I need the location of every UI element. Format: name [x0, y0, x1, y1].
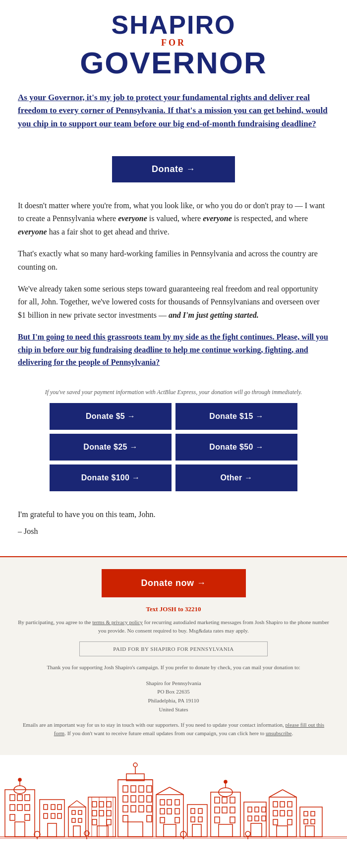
donate-15-button[interactable]: Donate $15 →	[175, 403, 297, 430]
svg-rect-111	[288, 819, 292, 825]
svg-rect-78	[198, 809, 202, 813]
svg-line-74	[156, 787, 170, 795]
footer-check-note: Thank you for supporting Josh Shapiro's …	[18, 663, 329, 672]
logo-governor: GOVERNOR	[10, 48, 337, 78]
svg-rect-35	[99, 810, 104, 816]
svg-rect-91	[219, 824, 232, 837]
svg-rect-112	[277, 826, 288, 837]
svg-rect-10	[15, 822, 25, 837]
donate-100-button[interactable]: Donate $100 →	[50, 464, 172, 491]
svg-rect-17	[58, 805, 61, 810]
text-josh: Text JOSH to 32210	[18, 605, 329, 613]
svg-rect-34	[92, 810, 97, 816]
svg-rect-52	[147, 796, 152, 802]
logo-shapiro: SHAPIRO	[10, 12, 337, 38]
svg-rect-53	[123, 806, 128, 812]
svg-rect-118	[304, 819, 308, 824]
svg-rect-2	[10, 795, 15, 801]
svg-rect-65	[160, 800, 165, 805]
svg-rect-1	[5, 790, 35, 837]
main-content: As your Governor, it's my job to protect…	[0, 86, 347, 150]
paragraph-2: That's exactly what so many hard-working…	[18, 247, 329, 274]
svg-rect-26	[78, 818, 82, 822]
svg-rect-66	[167, 800, 172, 805]
svg-point-127	[245, 831, 250, 836]
donate-now-button[interactable]: Donate now →	[102, 569, 246, 597]
svg-rect-24	[78, 810, 82, 814]
svg-rect-55	[139, 806, 144, 812]
paragraph-3: We've already taken some serious steps t…	[18, 283, 329, 322]
svg-rect-101	[262, 816, 266, 821]
donate-25-button[interactable]: Donate $25 →	[50, 434, 172, 461]
donation-grid: Donate $5 → Donate $15 → Donate $25 → Do…	[50, 403, 297, 491]
svg-rect-15	[44, 805, 48, 810]
svg-rect-51	[139, 796, 144, 802]
svg-rect-116	[304, 811, 308, 816]
svg-rect-106	[288, 802, 292, 807]
svg-rect-32	[99, 802, 104, 807]
svg-rect-9	[25, 814, 30, 820]
cta-link[interactable]: But I'm going to need this grassroots te…	[18, 331, 329, 369]
svg-rect-46	[131, 786, 136, 792]
svg-rect-27	[73, 826, 80, 837]
other-button[interactable]: Other →	[175, 464, 297, 491]
svg-rect-85	[230, 797, 235, 803]
svg-rect-77	[191, 809, 195, 813]
svg-rect-88	[230, 807, 235, 813]
svg-rect-105	[280, 802, 285, 807]
svg-rect-16	[51, 805, 55, 810]
svg-rect-49	[123, 796, 128, 802]
svg-rect-108	[280, 810, 285, 816]
svg-rect-87	[222, 807, 227, 813]
svg-rect-104	[273, 802, 278, 807]
svg-rect-45	[123, 786, 128, 792]
svg-rect-38	[107, 819, 111, 825]
svg-point-121	[34, 831, 40, 837]
header: SHAPIRO FOR GOVERNOR	[0, 0, 347, 86]
svg-rect-19	[51, 813, 55, 818]
svg-rect-57	[123, 815, 128, 822]
svg-rect-7	[25, 805, 30, 810]
svg-rect-21	[48, 823, 57, 837]
svg-rect-102	[251, 823, 262, 837]
actblue-note: If you've saved your payment information…	[18, 389, 329, 396]
svg-rect-48	[147, 786, 152, 792]
footer-address: Shapiro for Pennsylvania PO Box 22635 Ph…	[18, 679, 329, 714]
svg-rect-76	[187, 805, 207, 837]
donate-5-button[interactable]: Donate $5 →	[50, 403, 172, 430]
top-donate-wrap: Donate →	[0, 156, 347, 182]
svg-rect-84	[222, 797, 227, 803]
svg-rect-100	[255, 816, 259, 821]
svg-rect-71	[160, 817, 165, 823]
svg-point-94	[224, 780, 227, 783]
building-illustration	[0, 755, 347, 841]
svg-rect-3	[17, 795, 22, 801]
footer-email-notice: Emails are an important way for us to st…	[18, 721, 329, 737]
svg-rect-99	[248, 816, 252, 821]
svg-rect-72	[175, 817, 179, 823]
svg-rect-20	[58, 813, 61, 818]
address-line3: Philadelphia, PA 19110	[148, 697, 199, 703]
svg-rect-70	[175, 809, 179, 814]
svg-rect-90	[230, 817, 235, 823]
svg-point-13	[18, 778, 21, 781]
svg-rect-98	[262, 807, 266, 812]
svg-rect-18	[44, 813, 48, 818]
svg-rect-109	[288, 810, 292, 816]
svg-rect-79	[191, 817, 195, 822]
svg-rect-6	[17, 805, 22, 810]
svg-line-75	[170, 787, 183, 795]
svg-rect-73	[164, 824, 176, 837]
donate-50-button[interactable]: Donate $50 →	[175, 434, 297, 461]
intro-link[interactable]: As your Governor, it's my job to protect…	[18, 91, 329, 130]
svg-rect-33	[107, 802, 111, 807]
address-line4: United States	[159, 706, 188, 712]
svg-rect-69	[167, 809, 172, 814]
svg-rect-5	[10, 805, 15, 810]
top-donate-button[interactable]: Donate →	[112, 156, 235, 182]
unsubscribe-link[interactable]: unsubscribe	[266, 730, 292, 736]
svg-rect-22	[68, 807, 86, 837]
address-line2: PO Box 22635	[157, 689, 189, 694]
signoff-line2: – Josh	[18, 525, 329, 538]
terms-link[interactable]: terms & privacy policy	[92, 619, 143, 625]
